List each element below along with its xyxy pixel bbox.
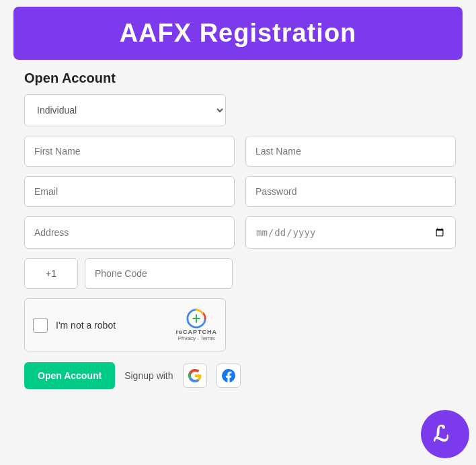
captcha-left: I'm not a robot <box>33 318 116 333</box>
facebook-signup-button[interactable] <box>216 364 241 388</box>
recaptcha-icon <box>186 308 206 329</box>
google-icon <box>188 369 202 382</box>
watermark-logo: ℒ <box>421 410 469 458</box>
address-input[interactable] <box>24 216 235 249</box>
date-input[interactable] <box>245 216 456 249</box>
captcha-row: I'm not a robot reCAPTCHA Privacy - Term… <box>24 298 456 351</box>
address-date-row <box>24 216 456 249</box>
name-row <box>24 136 456 167</box>
captcha-right: reCAPTCHA Privacy - Terms <box>175 308 217 341</box>
captcha-label: I'm not a robot <box>56 320 116 331</box>
signup-with-label: Signup with <box>124 370 173 381</box>
phone-row: +1 <box>24 258 456 289</box>
svg-text:ℒ: ℒ <box>433 422 449 446</box>
brand-logo-icon: ℒ <box>430 419 460 449</box>
open-account-button[interactable]: Open Account <box>24 362 115 389</box>
captcha-box[interactable]: I'm not a robot reCAPTCHA Privacy - Term… <box>24 298 226 351</box>
password-input[interactable] <box>245 176 456 207</box>
facebook-icon <box>222 369 235 382</box>
bottom-row: Open Account Signup with <box>24 362 456 389</box>
google-signup-button[interactable] <box>183 364 207 388</box>
recaptcha-brand: reCAPTCHA <box>175 329 217 335</box>
last-name-input[interactable] <box>245 136 456 167</box>
header-banner: AAFX Registration <box>13 7 463 60</box>
phone-prefix: +1 <box>24 258 78 289</box>
header-title: AAFX Registration <box>34 19 442 48</box>
recaptcha-links: Privacy - Terms <box>178 335 215 341</box>
account-type-row: Individual Corporate <box>24 94 456 126</box>
first-name-input[interactable] <box>24 136 235 167</box>
registration-form: Individual Corporate +1 I'm not a robot <box>24 94 456 389</box>
page-title: Open Account <box>24 71 463 86</box>
email-input[interactable] <box>24 176 235 207</box>
account-type-select[interactable]: Individual Corporate <box>24 94 226 126</box>
captcha-checkbox[interactable] <box>33 318 48 333</box>
email-password-row <box>24 176 456 207</box>
phone-code-input[interactable] <box>85 258 233 289</box>
